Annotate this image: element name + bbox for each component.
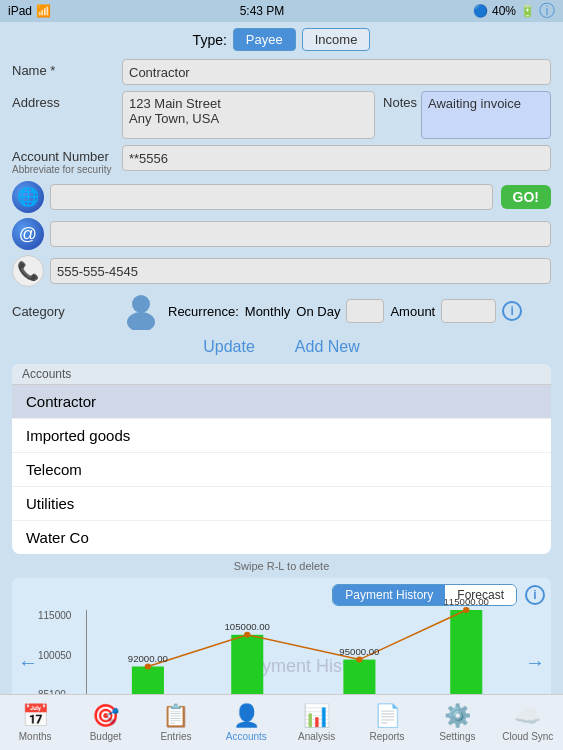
address-line2: Any Town, USA bbox=[129, 111, 368, 126]
tab-reports[interactable]: 📄 Reports bbox=[352, 703, 422, 742]
amount-label: Amount bbox=[390, 304, 435, 319]
account-label: Account Number Abbreviate for security bbox=[12, 145, 122, 175]
accounts-list: Accounts Contractor Imported goods Telec… bbox=[12, 364, 551, 554]
update-button[interactable]: Update bbox=[203, 338, 255, 356]
val-mar: 92000.00 bbox=[128, 654, 168, 664]
tab-accounts[interactable]: 👤 Accounts bbox=[211, 703, 281, 742]
tab-entries[interactable]: 📋 Entries bbox=[141, 703, 211, 742]
status-right: 🔵 40% 🔋 ⓘ bbox=[473, 1, 555, 22]
notes-section: Notes Awaiting invoice bbox=[383, 91, 551, 139]
status-bar: iPad 📶 5:43 PM 🔵 40% 🔋 ⓘ bbox=[0, 0, 563, 22]
tab-cloudsync[interactable]: ☁️ Cloud Sync bbox=[493, 703, 563, 742]
on-day-input[interactable] bbox=[346, 299, 384, 323]
dot-jun bbox=[356, 657, 362, 663]
budget-icon: 🎯 bbox=[92, 703, 119, 729]
accounts-header: Accounts bbox=[12, 364, 551, 385]
dot-jul bbox=[463, 607, 469, 613]
payment-history-tab[interactable]: Payment History bbox=[333, 585, 445, 605]
name-label: Name * bbox=[12, 59, 122, 78]
name-row: Name * bbox=[12, 59, 551, 85]
y-label-4: 115000 bbox=[38, 610, 86, 621]
income-button[interactable]: Income bbox=[302, 28, 371, 51]
account-input[interactable] bbox=[122, 145, 551, 171]
accounts-icon: 👤 bbox=[233, 703, 260, 729]
svg-point-1 bbox=[127, 312, 155, 330]
account-sublabel: Abbreviate for security bbox=[12, 164, 122, 175]
add-new-button[interactable]: Add New bbox=[295, 338, 360, 356]
reports-icon: 📄 bbox=[374, 703, 401, 729]
analysis-icon: 📊 bbox=[303, 703, 330, 729]
carrier-label: iPad bbox=[8, 4, 32, 18]
person-icon bbox=[122, 292, 160, 330]
account-item-contractor[interactable]: Contractor bbox=[12, 385, 551, 419]
val-jul: 115000.00 bbox=[444, 597, 489, 607]
account-item-water-co[interactable]: Water Co bbox=[12, 521, 551, 554]
globe-icon[interactable]: 🌐 bbox=[12, 181, 44, 213]
notes-label: Notes bbox=[383, 91, 417, 110]
cloudsync-icon: ☁️ bbox=[514, 703, 541, 729]
val-jun: 95000.00 bbox=[339, 647, 379, 657]
address-input[interactable]: 123 Main Street Any Town, USA bbox=[122, 91, 375, 139]
url-input[interactable] bbox=[50, 184, 493, 210]
category-row: Category Recurrence: Monthly On Day Amou… bbox=[12, 292, 551, 330]
account-item-imported-goods[interactable]: Imported goods bbox=[12, 419, 551, 453]
months-icon: 📅 bbox=[22, 703, 49, 729]
bluetooth-icon: 🔵 bbox=[473, 4, 488, 18]
time-label: 5:43 PM bbox=[240, 4, 285, 18]
address-section: Address 123 Main Street Any Town, USA bbox=[12, 91, 375, 139]
chart-next-button[interactable]: → bbox=[525, 651, 545, 674]
wifi-icon: 📶 bbox=[36, 4, 51, 18]
svg-point-0 bbox=[132, 295, 150, 313]
account-item-telecom[interactable]: Telecom bbox=[12, 453, 551, 487]
entries-icon: 📋 bbox=[162, 703, 189, 729]
months-label: Months bbox=[19, 731, 52, 742]
tab-settings[interactable]: ⚙️ Settings bbox=[422, 703, 492, 742]
action-row: Update Add New bbox=[12, 338, 551, 356]
dot-mar bbox=[145, 664, 151, 670]
email-row: @ bbox=[12, 218, 551, 250]
tab-months[interactable]: 📅 Months bbox=[0, 703, 70, 742]
trend-line bbox=[148, 610, 466, 666]
chart-info-button[interactable]: i bbox=[525, 585, 545, 605]
tab-budget[interactable]: 🎯 Budget bbox=[70, 703, 140, 742]
account-item-utilities[interactable]: Utilities bbox=[12, 487, 551, 521]
go-button[interactable]: GO! bbox=[501, 185, 551, 209]
tab-bar: 📅 Months 🎯 Budget 📋 Entries 👤 Accounts 📊… bbox=[0, 694, 563, 750]
type-row: Type: Payee Income bbox=[12, 28, 551, 51]
val-apr: 105000.00 bbox=[225, 622, 270, 632]
type-label: Type: bbox=[193, 32, 227, 48]
account-row: Account Number Abbreviate for security bbox=[12, 145, 551, 175]
chart-tab-group: Payment History Forecast bbox=[332, 584, 517, 606]
amount-input[interactable] bbox=[441, 299, 496, 323]
chart-prev-button[interactable]: ← bbox=[18, 651, 38, 674]
recurrence-section: Recurrence: Monthly On Day Amount i bbox=[168, 299, 551, 323]
on-day-label: On Day bbox=[296, 304, 340, 319]
info-icon[interactable]: ⓘ bbox=[539, 1, 555, 22]
analysis-label: Analysis bbox=[298, 731, 335, 742]
email-icon[interactable]: @ bbox=[12, 218, 44, 250]
email-input[interactable] bbox=[50, 221, 551, 247]
budget-label: Budget bbox=[90, 731, 122, 742]
battery-label: 40% bbox=[492, 4, 516, 18]
tab-analysis[interactable]: 📊 Analysis bbox=[282, 703, 352, 742]
category-info-button[interactable]: i bbox=[502, 301, 522, 321]
entries-label: Entries bbox=[160, 731, 191, 742]
address-label: Address bbox=[12, 91, 122, 110]
reports-label: Reports bbox=[370, 731, 405, 742]
dot-apr bbox=[244, 632, 250, 638]
category-label: Category bbox=[12, 304, 122, 319]
notes-input[interactable]: Awaiting invoice bbox=[421, 91, 551, 139]
battery-icon: 🔋 bbox=[520, 4, 535, 18]
recurrence-value: Monthly bbox=[245, 304, 291, 319]
payee-button[interactable]: Payee bbox=[233, 28, 296, 51]
phone-icon[interactable]: 📞 bbox=[12, 255, 44, 287]
phone-row: 📞 bbox=[12, 255, 551, 287]
settings-label: Settings bbox=[439, 731, 475, 742]
settings-icon: ⚙️ bbox=[444, 703, 471, 729]
address-line1: 123 Main Street bbox=[129, 96, 368, 111]
recurrence-label: Recurrence: bbox=[168, 304, 239, 319]
y-label-3: 100050 bbox=[38, 650, 86, 661]
phone-input[interactable] bbox=[50, 258, 551, 284]
globe-row: 🌐 GO! bbox=[12, 181, 551, 213]
name-input[interactable] bbox=[122, 59, 551, 85]
